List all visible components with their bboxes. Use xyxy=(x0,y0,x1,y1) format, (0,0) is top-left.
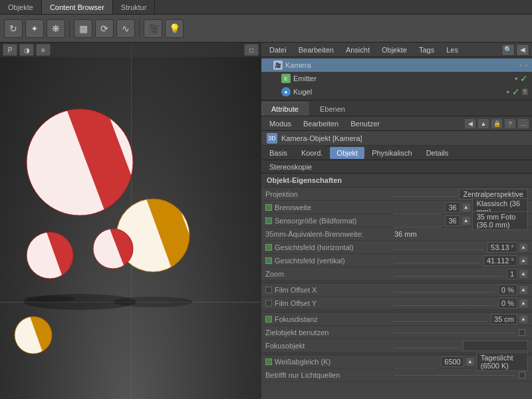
filmx-value[interactable]: 0 % xyxy=(498,285,517,295)
menu-bar: Datei Bearbeiten Ansicht Objekte Tags Le… xyxy=(261,43,532,57)
svg-point-16 xyxy=(113,297,193,307)
tool-rotate[interactable]: ↻ xyxy=(4,19,23,38)
sensor-value[interactable]: 36 xyxy=(445,215,460,226)
gfv-checkbox[interactable] xyxy=(265,257,272,264)
menu-tags[interactable]: Tags xyxy=(414,45,440,55)
obj-row-kugel[interactable]: ● Kugel ● ✓ T xyxy=(261,85,532,98)
prop-film-y: Film Offset Y 0 % ▲ xyxy=(261,297,532,310)
sub-tab-objekt[interactable]: Objekt xyxy=(330,147,364,159)
tool-select[interactable]: ▦ xyxy=(74,19,92,38)
weiss-value[interactable]: 6500 xyxy=(441,356,464,367)
tool-light[interactable]: 💡 xyxy=(165,19,184,38)
menu-objekte[interactable]: Objekte xyxy=(376,45,412,55)
stereoskopie-row: Stereoskopie xyxy=(261,160,532,174)
prop-sensorgroesse: Sensorgröße (Bildformat) 36 ▲ 35 mm Foto… xyxy=(261,214,532,227)
zoom-spinner-up[interactable]: ▲ xyxy=(519,269,528,279)
filmx-spinner-up[interactable]: ▲ xyxy=(519,285,528,295)
tool-spline[interactable]: ∿ xyxy=(116,19,135,38)
attr-tab-bar: Attribute Ebenen xyxy=(261,100,532,116)
tab-content-browser[interactable]: Content Browser xyxy=(42,0,113,14)
object-list: 🎥 Kamera ● ● E Emitter ● ✓ ● xyxy=(261,57,532,100)
attr-tool-info[interactable]: ? xyxy=(504,118,516,129)
weiss-spinner-up[interactable]: ▲ xyxy=(466,357,475,366)
emitter-icon: E xyxy=(281,74,291,83)
tool-camera[interactable]: 🎥 xyxy=(144,19,162,38)
nav-back-icon[interactable]: ◀ xyxy=(516,44,529,56)
kamera-icon: 🎥 xyxy=(273,61,283,70)
obj-row-emitter[interactable]: E Emitter ● ✓ xyxy=(261,72,532,85)
filmy-checkbox[interactable] xyxy=(265,300,272,307)
tool-scale[interactable]: ❋ xyxy=(47,19,65,38)
top-toolbar: ↻ ✦ ❋ ▦ ⟳ ∿ 🎥 💡 xyxy=(0,15,532,43)
fokus-spinner-up[interactable]: ▲ xyxy=(519,315,528,324)
fokus-checkbox[interactable] xyxy=(265,316,272,323)
search-icon[interactable]: 🔍 xyxy=(501,44,515,56)
sensor-preset[interactable]: 35 mm Foto (36.0 mm) xyxy=(472,211,528,230)
tool-loop[interactable]: ⟳ xyxy=(95,19,114,38)
menu-bearbeiten[interactable]: Bearbeiten xyxy=(293,45,339,55)
emitter-status: ● ✓ xyxy=(515,74,528,83)
sub-tab-details[interactable]: Details xyxy=(420,147,456,159)
gfh-value[interactable]: 53.13 ° xyxy=(487,242,517,253)
zoom-value[interactable]: 1 xyxy=(507,269,517,279)
attr-tool-more[interactable]: … xyxy=(517,118,529,129)
kamera-label: Kamera xyxy=(285,61,311,69)
obj-info-icon: 3D xyxy=(267,133,277,144)
fokusobjekt-field[interactable] xyxy=(463,340,529,351)
prop-gesichtsfeld-v: Gesichtsfeld (vertikal) 41.112 ° ▲ xyxy=(261,254,532,267)
obj-row-kamera[interactable]: 🎥 Kamera ● ● xyxy=(261,59,532,72)
attr-tools: ◀ ▲ 🔒 ? … xyxy=(464,118,529,129)
kamera-status: ● ● xyxy=(519,62,528,68)
tab-struktur[interactable]: Struktur xyxy=(113,0,156,14)
sub-tab-stereoskopie[interactable]: Stereoskopie xyxy=(264,162,317,172)
menu-datei[interactable]: Datei xyxy=(264,45,292,55)
sub-tab-physikalisch[interactable]: Physikalisch xyxy=(365,147,419,159)
filmy-spinner-up[interactable]: ▲ xyxy=(519,299,528,308)
sensor-checkbox[interactable] xyxy=(265,217,272,224)
tab-objekte[interactable]: Objekte xyxy=(0,0,42,14)
tab-attribute[interactable]: Attribute xyxy=(261,102,309,116)
kugel-label: Kugel xyxy=(293,88,312,96)
menu-ansicht[interactable]: Ansicht xyxy=(340,45,375,55)
gfh-spinner-up[interactable]: ▲ xyxy=(519,243,528,252)
attr-tool-lock[interactable]: 🔒 xyxy=(491,118,503,129)
attr-tool-up[interactable]: ▲ xyxy=(477,118,489,129)
sub-tab-basis[interactable]: Basis xyxy=(263,147,294,159)
weiss-checkbox[interactable] xyxy=(265,358,272,365)
attr-tool-left[interactable]: ◀ xyxy=(464,118,476,129)
gfh-checkbox[interactable] xyxy=(265,244,272,251)
sub-tabs: Basis Koord. Objekt Physikalisch Details xyxy=(261,146,532,160)
attr-bearbeiten[interactable]: Bearbeiten xyxy=(298,118,344,129)
section-obj-eigenschaften: Objekt-Eigenschaften xyxy=(261,174,532,188)
fokus-value[interactable]: 35 cm xyxy=(491,314,517,325)
menu-les[interactable]: Les xyxy=(441,45,464,55)
prop-aequivalent: 35mm-Äquivalent-Brennweite: 36 mm xyxy=(261,227,532,241)
gfv-spinner-up[interactable]: ▲ xyxy=(519,256,528,265)
separator xyxy=(69,19,70,38)
separator2 xyxy=(139,19,140,38)
svg-point-17 xyxy=(25,295,75,302)
tab-ebenen[interactable]: Ebenen xyxy=(310,102,355,116)
prop-fokusdistanz: Fokusdistanz 35 cm ▲ xyxy=(261,313,532,326)
attr-benutzer[interactable]: Benutzer xyxy=(345,118,385,129)
brennweite-checkbox[interactable] xyxy=(265,204,272,211)
brennweite-spinner-up[interactable]: ▲ xyxy=(462,203,471,212)
gfv-value[interactable]: 41.112 ° xyxy=(483,255,517,266)
filmy-value[interactable]: 0 % xyxy=(498,298,517,309)
prop-fokusobjekt: Fokusobjekt xyxy=(261,339,532,352)
sub-tab-koord[interactable]: Koord. xyxy=(295,147,329,159)
prop-zielobjekt: Zielobjekt benutzen xyxy=(261,326,532,339)
weiss-preset[interactable]: Tageslicht (6500 K) xyxy=(476,352,528,371)
kugel-status: ● ✓ T xyxy=(506,87,528,96)
tool-move[interactable]: ✦ xyxy=(25,19,44,38)
properties-panel: Objekt-Eigenschaften Projektion Zentralp… xyxy=(261,174,532,399)
main-tab-bar: Objekte Content Browser Struktur xyxy=(0,0,532,15)
attr-toolbar: Modus Bearbeiten Benutzer ◀ ▲ 🔒 ? … xyxy=(261,116,532,131)
viewport: P ◑ ≡ □ xyxy=(0,43,261,399)
filmx-checkbox[interactable] xyxy=(265,287,272,293)
zielobjekt-checkbox[interactable] xyxy=(519,329,525,336)
sensor-spinner-up[interactable]: ▲ xyxy=(462,216,471,225)
betrifft-checkbox[interactable] xyxy=(519,372,525,378)
kugel-icon: ● xyxy=(281,87,291,96)
attr-modus[interactable]: Modus xyxy=(264,118,297,129)
